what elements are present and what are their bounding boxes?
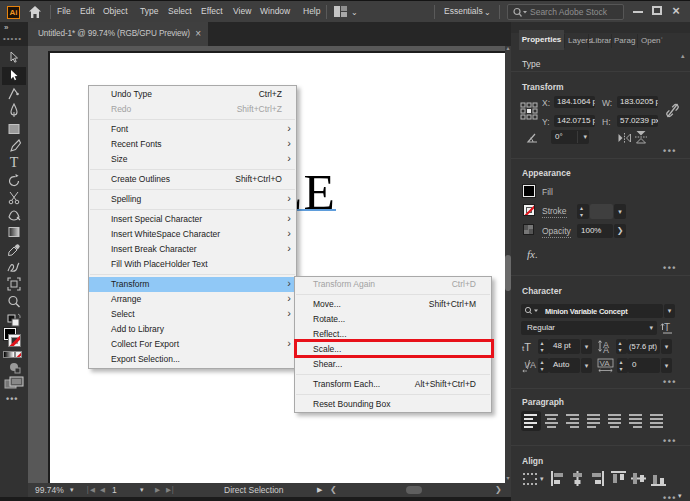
svg-text:A: A (530, 360, 536, 370)
svg-text:VA: VA (600, 359, 611, 368)
svg-text:A: A (603, 345, 609, 354)
svg-text:T: T (664, 322, 670, 333)
